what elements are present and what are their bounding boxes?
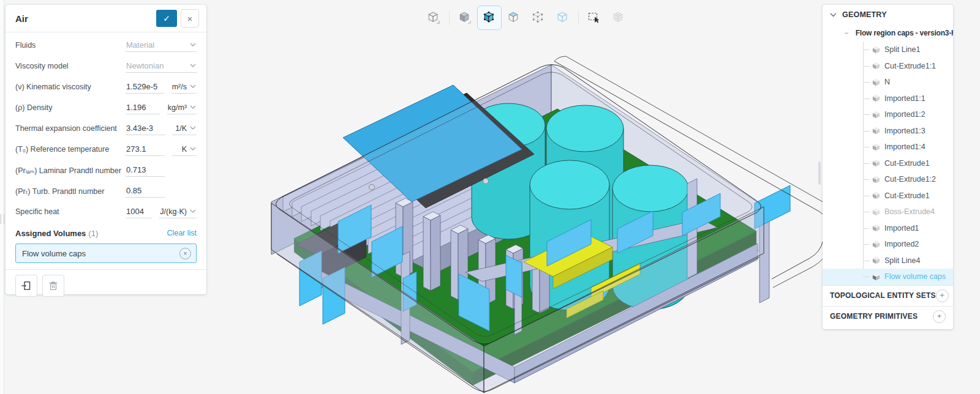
solid-cube-icon <box>872 159 880 167</box>
geometry-tree: Split Line1 Cut-Extrude1:1 N <box>823 42 953 285</box>
unit-select[interactable]: kg/m³ <box>167 102 197 114</box>
property-label: (T₀) Reference temperature <box>15 145 126 154</box>
tree-item[interactable]: Split Line1 <box>823 42 953 58</box>
tree-item-label: Cut-Extrude1 <box>884 191 930 200</box>
unit-select[interactable]: J/(kg·K) <box>159 206 197 218</box>
box-select-icon[interactable] <box>582 6 606 30</box>
view-solid-icon[interactable] <box>453 6 477 30</box>
geometry-header-label: GEOMETRY <box>842 10 887 19</box>
right-panel-resize-handle[interactable] <box>818 162 821 185</box>
tree-item-label: Split Line1 <box>884 45 920 54</box>
view-wireframe-icon[interactable] <box>421 6 446 30</box>
material-panel: Air ✓ × Fluids Material Viscosity model … <box>6 5 206 294</box>
property-value: Newtonian <box>126 61 164 70</box>
chevron-down-icon <box>190 147 196 151</box>
property-label: Fluids <box>15 41 126 50</box>
unit-select[interactable]: m²/s <box>172 81 197 94</box>
geometry-panel: GEOMETRY − Flow region caps - version3-h… <box>823 5 953 329</box>
chip-label: Flow volume caps <box>22 249 179 258</box>
tree-item[interactable]: N <box>823 74 953 91</box>
tree-item[interactable]: Cut-Extrude1:2 <box>823 171 953 188</box>
tree-item[interactable]: Cut-Extrude1:1 <box>823 58 953 75</box>
collapse-toggle[interactable]: − <box>843 30 850 36</box>
tree-item[interactable]: Imported2 <box>823 236 953 253</box>
tree-item[interactable]: Imported1:2 <box>823 106 953 123</box>
geometry-primitives-section[interactable]: GEOMETRY PRIMITIVES + <box>823 306 953 327</box>
tree-item[interactable]: Cut-Extrude1 <box>823 188 953 204</box>
property-value-field[interactable]: 3.43e-3 <box>126 122 165 135</box>
select-face-icon[interactable] <box>502 6 526 30</box>
property-value-field[interactable]: 0.85 <box>126 184 165 198</box>
tree-item-label: N <box>884 78 890 86</box>
property-row: Fluids Material <box>15 35 197 56</box>
apply-button[interactable]: ✓ <box>156 10 177 27</box>
property-label: (Prₗₐₘ) Laminar Prandtl number <box>15 166 126 175</box>
solid-cube-icon <box>872 208 880 216</box>
toolbar-separator <box>578 10 579 25</box>
tree-item[interactable]: Imported1:1 <box>823 91 953 107</box>
topological-entity-sets-section[interactable]: TOPOLOGICAL ENTITY SETS + <box>823 285 953 306</box>
tree-item[interactable]: Boss-Extrude4 <box>823 204 953 220</box>
solid-cube-icon <box>872 143 880 151</box>
material-panel-footer <box>6 269 206 302</box>
tree-item-label: Cut-Extrude1 <box>884 159 930 168</box>
unit-value: kg/m³ <box>168 103 187 112</box>
add-primitive-button[interactable]: + <box>933 310 946 323</box>
assigned-volume-chip[interactable]: Flow volume caps × <box>15 243 197 263</box>
property-row: (Prₜ) Turb. Prandtl number 0.85 <box>15 180 197 201</box>
tree-item[interactable]: Split Line4 <box>823 253 953 269</box>
select-volume-icon[interactable] <box>477 6 502 30</box>
property-row: Thermal expansion coefficient 3.43e-3 1/… <box>15 118 197 139</box>
tree-item-label: Imported1 <box>884 224 919 232</box>
solid-cube-icon <box>872 191 880 199</box>
property-value-field[interactable]: 1004 <box>126 205 152 218</box>
chevron-down-icon <box>190 209 196 214</box>
property-row: (T₀) Reference temperature 273.1 K <box>15 139 197 160</box>
property-value-field[interactable]: 1.529e-5 <box>126 80 164 94</box>
tree-item-label: Cut-Extrude1:2 <box>884 175 936 184</box>
select-edge-icon[interactable] <box>551 6 575 30</box>
add-entity-set-button[interactable]: + <box>936 289 949 302</box>
chip-remove-button[interactable]: × <box>179 248 191 259</box>
property-value-field[interactable]: 0.713 <box>126 163 165 177</box>
assigned-volumes-row: Assigned Volumes (1) Clear list <box>15 224 197 242</box>
property-value-field[interactable]: Material <box>126 39 197 52</box>
tree-item-label: Imported1:1 <box>884 94 925 103</box>
chevron-down-icon <box>190 43 196 47</box>
tree-item[interactable]: Imported1 <box>823 220 953 237</box>
tree-item[interactable]: Cut-Extrude1 <box>823 155 953 172</box>
property-value-field[interactable]: Newtonian <box>126 59 197 73</box>
tree-item-label: Imported1:4 <box>884 143 925 151</box>
unit-value: 1/K <box>175 124 187 133</box>
import-icon <box>20 280 32 292</box>
solid-cube-icon <box>872 111 880 119</box>
tree-item[interactable]: Imported1:4 <box>823 139 953 155</box>
solid-cube-icon <box>872 176 880 184</box>
property-label: Thermal expansion coefficient <box>15 124 126 133</box>
tree-item[interactable]: Imported1:3 <box>823 123 953 139</box>
solid-cube-icon <box>872 62 880 70</box>
left-grip-handle[interactable] <box>1 214 4 224</box>
property-value: 3.43e-3 <box>126 124 153 133</box>
property-row: (Prₗₐₘ) Laminar Prandtl number 0.713 <box>15 160 197 180</box>
delete-button[interactable] <box>42 275 64 297</box>
property-value-field[interactable]: 1.196 <box>126 101 160 114</box>
unit-select[interactable]: 1/K <box>172 122 197 135</box>
import-assignment-button[interactable] <box>15 275 37 297</box>
property-value-field[interactable]: 273.1 <box>126 143 165 156</box>
solid-cube-icon <box>872 78 880 86</box>
solid-cube-icon <box>872 224 880 232</box>
property-value: 0.85 <box>126 186 141 195</box>
chevron-down-icon <box>190 84 196 89</box>
tree-item-label: Imported1:2 <box>884 110 925 119</box>
tree-item[interactable]: Flow volume caps <box>823 269 953 285</box>
geometry-section-header[interactable]: GEOMETRY <box>823 5 953 24</box>
left-panel-collapse-strip[interactable] <box>0 0 4 394</box>
clear-list-link[interactable]: Clear list <box>167 229 197 237</box>
unit-select[interactable]: K <box>172 143 197 156</box>
property-label: (Prₜ) Turb. Prandtl number <box>15 187 126 196</box>
select-vertex-icon[interactable] <box>526 6 551 30</box>
tree-item-label: Flow volume caps <box>884 272 946 281</box>
geometry-root-node[interactable]: − Flow region caps - version3-hs… <box>823 24 953 42</box>
close-button[interactable]: × <box>181 9 199 28</box>
